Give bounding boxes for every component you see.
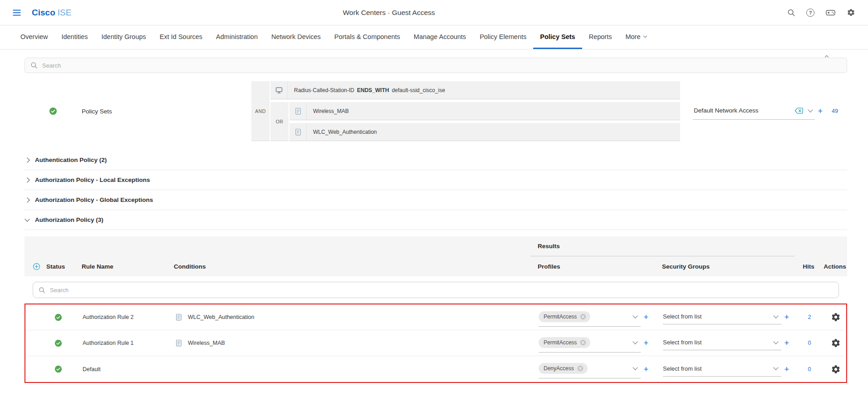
actions-gear-icon[interactable] xyxy=(831,364,841,374)
security-group-placeholder: Select from list xyxy=(663,339,701,346)
policy-set-name[interactable]: Policy Sets xyxy=(82,81,251,141)
condition-library-icon xyxy=(289,102,307,120)
rule-hits[interactable]: 0 xyxy=(795,330,824,356)
condition-attribute: Radius·Called-Station-ID xyxy=(294,87,354,93)
brand-ise: ISE xyxy=(58,8,72,18)
col-conditions: Conditions xyxy=(172,256,530,276)
condition-name: Wireless_MAB xyxy=(313,108,349,114)
remove-chip-icon[interactable] xyxy=(577,365,584,372)
profiles-select[interactable]: PermitAccess xyxy=(539,334,641,353)
tab-reports[interactable]: Reports xyxy=(582,25,619,49)
menu-icon[interactable] xyxy=(12,8,22,18)
security-group-select[interactable]: Select from list xyxy=(663,362,781,377)
rule-name[interactable]: Authorization Rule 2 xyxy=(80,304,173,330)
app-header: Cisco ISE Work Centers · Guest Access ? xyxy=(0,0,868,25)
col-actions: Actions xyxy=(823,256,847,276)
rule-condition[interactable]: Wireless_MAB xyxy=(188,340,225,346)
rule-condition[interactable]: WLC_Web_Authentication xyxy=(188,314,254,320)
add-icon[interactable]: + xyxy=(784,313,789,321)
add-rule-icon[interactable] xyxy=(33,263,40,270)
remove-chip-icon[interactable] xyxy=(580,314,586,320)
clear-selection-icon[interactable] xyxy=(794,107,804,115)
settings-gear-icon[interactable] xyxy=(847,8,855,17)
tab-more[interactable]: More xyxy=(618,25,653,49)
condition-row[interactable]: Radius·Called-Station-ID ENDS_WITH defau… xyxy=(270,81,680,99)
rule-hits[interactable]: 0 xyxy=(795,356,824,382)
table-search-row xyxy=(25,276,847,304)
policy-sections: Authentication Policy (2) Authorization … xyxy=(25,150,847,230)
brand-logo[interactable]: Cisco ISE xyxy=(32,8,71,18)
help-icon[interactable]: ? xyxy=(806,9,814,17)
add-icon[interactable]: + xyxy=(643,365,648,373)
allowed-protocols-select[interactable]: Default Network Access + xyxy=(687,103,823,120)
tab-portals-components[interactable]: Portals & Components xyxy=(328,25,407,49)
tab-network-devices[interactable]: Network Devices xyxy=(265,25,328,49)
condition-row[interactable]: WLC_Web_Authentication xyxy=(289,123,680,141)
attribute-condition-icon xyxy=(270,81,288,99)
actions-gear-icon[interactable] xyxy=(831,312,841,322)
collapse-panel-icon[interactable] xyxy=(825,52,828,60)
rule-search[interactable] xyxy=(33,282,839,298)
chevron-down-icon[interactable] xyxy=(633,365,638,370)
workcenter-tab-bar: Overview Identities Identity Groups Ext … xyxy=(0,25,868,49)
rule-name[interactable]: Default xyxy=(80,356,173,382)
condition-value: default-ssid_cisco_ise xyxy=(392,87,445,93)
rule-row[interactable]: Authorization Rule 1 Wireless_MAB Permit… xyxy=(25,330,846,356)
tab-policy-sets[interactable]: Policy Sets xyxy=(533,25,582,49)
add-icon[interactable]: + xyxy=(643,339,648,347)
profile-chip-label: DenyAccess xyxy=(544,365,574,372)
rule-row[interactable]: Authorization Rule 2 WLC_Web_Authenticat… xyxy=(25,304,846,330)
security-group-select[interactable]: Select from list xyxy=(663,336,781,350)
profiles-select[interactable]: DenyAccess xyxy=(539,360,641,378)
rule-row[interactable]: Default DenyAccess + Select from list + xyxy=(25,356,846,382)
chevron-down-icon[interactable] xyxy=(808,107,813,112)
chevron-down-icon xyxy=(643,34,647,37)
tab-ext-id-sources[interactable]: Ext Id Sources xyxy=(153,25,209,49)
chevron-down-icon[interactable] xyxy=(774,365,779,370)
tab-administration[interactable]: Administration xyxy=(209,25,265,49)
add-icon[interactable]: + xyxy=(784,339,789,347)
actions-gear-icon[interactable] xyxy=(831,338,841,348)
chevron-down-icon[interactable] xyxy=(633,339,638,344)
condition-expression: Radius·Called-Station-ID ENDS_WITH defau… xyxy=(294,87,445,93)
search-icon[interactable] xyxy=(787,9,795,17)
tab-manage-accounts[interactable]: Manage Accounts xyxy=(407,25,473,49)
security-group-select[interactable]: Select from list xyxy=(663,310,781,324)
col-security-groups: Security Groups xyxy=(654,256,794,276)
chevron-down-icon[interactable] xyxy=(774,339,779,344)
condition-library-icon xyxy=(175,313,183,321)
section-authz-local-exceptions[interactable]: Authorization Policy - Local Exceptions xyxy=(25,170,847,190)
section-authorization-policy[interactable]: Authorization Policy (3) xyxy=(25,210,847,230)
add-icon[interactable]: + xyxy=(643,313,648,321)
rule-name[interactable]: Authorization Rule 1 xyxy=(80,330,173,356)
section-authentication-policy[interactable]: Authentication Policy (2) xyxy=(25,150,847,170)
search-icon xyxy=(39,287,45,294)
policy-search[interactable] xyxy=(25,58,847,73)
col-profiles: Profiles xyxy=(530,256,654,276)
chevron-down-icon[interactable] xyxy=(633,313,638,318)
section-label: Authentication Policy (2) xyxy=(35,157,107,163)
policy-set-row[interactable]: Policy Sets AND Radius·Called-Station-ID… xyxy=(25,79,847,143)
and-operator-label: AND xyxy=(251,81,270,141)
policy-search-input[interactable] xyxy=(42,62,841,69)
or-condition-group: OR Wireless_MAB WLC_Web_Authentication xyxy=(270,102,680,141)
section-label: Authorization Policy - Local Exceptions xyxy=(35,176,150,183)
add-icon[interactable]: + xyxy=(818,107,823,115)
rule-search-input[interactable] xyxy=(50,287,833,294)
tab-identity-groups[interactable]: Identity Groups xyxy=(94,25,152,49)
tab-overview[interactable]: Overview xyxy=(14,25,54,49)
status-check-icon xyxy=(54,365,62,373)
interactive-help-icon[interactable] xyxy=(825,8,836,17)
tab-policy-elements[interactable]: Policy Elements xyxy=(473,25,533,49)
chevron-down-icon[interactable] xyxy=(774,313,779,318)
policy-set-hits[interactable]: 49 xyxy=(823,108,847,114)
rule-hits[interactable]: 2 xyxy=(795,304,824,330)
add-icon[interactable]: + xyxy=(784,365,789,373)
status-check-icon xyxy=(54,339,62,347)
remove-chip-icon[interactable] xyxy=(580,339,586,346)
section-authz-global-exceptions[interactable]: Authorization Policy - Global Exceptions xyxy=(25,190,847,210)
condition-row[interactable]: Wireless_MAB xyxy=(289,102,680,120)
profiles-select[interactable]: PermitAccess xyxy=(539,308,641,327)
tab-identities[interactable]: Identities xyxy=(54,25,94,49)
highlighted-rules-group: Authorization Rule 2 WLC_Web_Authenticat… xyxy=(25,304,847,383)
